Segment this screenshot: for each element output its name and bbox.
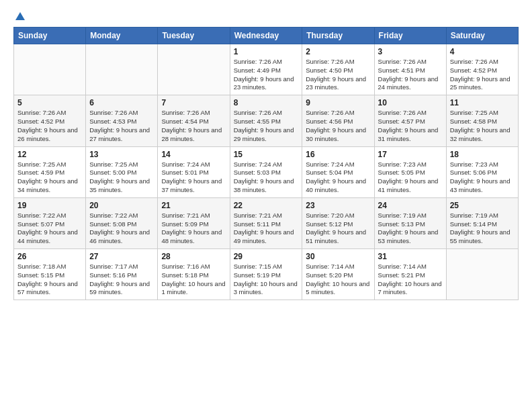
day-info: Sunrise: 7:14 AM Sunset: 5:21 PM Dayligh…: [378, 263, 443, 297]
calendar-cell: [446, 249, 518, 300]
page-header: [13, 11, 519, 20]
day-info: Sunrise: 7:16 AM Sunset: 5:18 PM Dayligh…: [161, 263, 226, 297]
calendar-cell: 19Sunrise: 7:22 AM Sunset: 5:07 PM Dayli…: [14, 197, 86, 248]
calendar-cell: 8Sunrise: 7:26 AM Sunset: 4:55 PM Daylig…: [230, 95, 302, 146]
weekday-header-wednesday: Wednesday: [230, 28, 302, 44]
calendar-cell: 7Sunrise: 7:26 AM Sunset: 4:54 PM Daylig…: [158, 95, 230, 146]
calendar-cell: 2Sunrise: 7:26 AM Sunset: 4:50 PM Daylig…: [302, 44, 374, 95]
day-number: 27: [89, 252, 154, 261]
day-number: 28: [161, 252, 226, 261]
calendar-cell: 5Sunrise: 7:26 AM Sunset: 4:52 PM Daylig…: [14, 95, 86, 146]
logo: [13, 11, 27, 20]
day-number: 14: [161, 150, 226, 159]
calendar-cell: 29Sunrise: 7:15 AM Sunset: 5:19 PM Dayli…: [230, 249, 302, 300]
weekday-header-sunday: Sunday: [14, 28, 86, 44]
calendar-cell: 30Sunrise: 7:14 AM Sunset: 5:20 PM Dayli…: [302, 249, 374, 300]
day-info: Sunrise: 7:26 AM Sunset: 4:51 PM Dayligh…: [378, 58, 443, 92]
day-number: 22: [234, 201, 299, 210]
weekday-header-friday: Friday: [374, 28, 446, 44]
calendar-table: SundayMondayTuesdayWednesdayThursdayFrid…: [13, 27, 519, 300]
calendar-cell: 17Sunrise: 7:23 AM Sunset: 5:05 PM Dayli…: [374, 146, 446, 197]
day-info: Sunrise: 7:22 AM Sunset: 5:07 PM Dayligh…: [17, 212, 82, 246]
day-number: 26: [17, 252, 82, 261]
week-row-1: 1Sunrise: 7:26 AM Sunset: 4:49 PM Daylig…: [14, 44, 519, 95]
day-info: Sunrise: 7:17 AM Sunset: 5:16 PM Dayligh…: [89, 263, 154, 297]
calendar-cell: 6Sunrise: 7:26 AM Sunset: 4:53 PM Daylig…: [86, 95, 158, 146]
calendar-cell: 22Sunrise: 7:21 AM Sunset: 5:11 PM Dayli…: [230, 197, 302, 248]
day-number: 24: [378, 201, 443, 210]
calendar-cell: 16Sunrise: 7:24 AM Sunset: 5:04 PM Dayli…: [302, 146, 374, 197]
calendar-cell: 31Sunrise: 7:14 AM Sunset: 5:21 PM Dayli…: [374, 249, 446, 300]
calendar-cell: 23Sunrise: 7:20 AM Sunset: 5:12 PM Dayli…: [302, 197, 374, 248]
calendar-cell: 21Sunrise: 7:21 AM Sunset: 5:09 PM Dayli…: [158, 197, 230, 248]
day-number: 1: [234, 47, 299, 56]
day-number: 9: [306, 98, 370, 107]
day-number: 6: [89, 98, 154, 107]
day-info: Sunrise: 7:24 AM Sunset: 5:03 PM Dayligh…: [234, 161, 299, 195]
calendar-cell: 1Sunrise: 7:26 AM Sunset: 4:49 PM Daylig…: [230, 44, 302, 95]
day-info: Sunrise: 7:26 AM Sunset: 4:52 PM Dayligh…: [17, 109, 82, 143]
day-number: 21: [161, 201, 226, 210]
week-row-5: 26Sunrise: 7:18 AM Sunset: 5:15 PM Dayli…: [14, 249, 519, 300]
day-number: 12: [17, 150, 82, 159]
calendar-cell: 27Sunrise: 7:17 AM Sunset: 5:16 PM Dayli…: [86, 249, 158, 300]
calendar-cell: 20Sunrise: 7:22 AM Sunset: 5:08 PM Dayli…: [86, 197, 158, 248]
day-info: Sunrise: 7:19 AM Sunset: 5:14 PM Dayligh…: [450, 212, 515, 246]
day-info: Sunrise: 7:25 AM Sunset: 4:58 PM Dayligh…: [450, 109, 515, 143]
day-info: Sunrise: 7:14 AM Sunset: 5:20 PM Dayligh…: [306, 263, 370, 297]
day-info: Sunrise: 7:26 AM Sunset: 4:57 PM Dayligh…: [378, 109, 443, 143]
day-number: 2: [306, 47, 370, 56]
day-info: Sunrise: 7:22 AM Sunset: 5:08 PM Dayligh…: [89, 212, 154, 246]
day-number: 10: [378, 98, 443, 107]
day-number: 19: [17, 201, 82, 210]
weekday-header-tuesday: Tuesday: [158, 28, 230, 44]
svg-marker-0: [15, 12, 25, 20]
week-row-2: 5Sunrise: 7:26 AM Sunset: 4:52 PM Daylig…: [14, 95, 519, 146]
day-info: Sunrise: 7:26 AM Sunset: 4:52 PM Dayligh…: [450, 58, 515, 92]
day-info: Sunrise: 7:15 AM Sunset: 5:19 PM Dayligh…: [234, 263, 299, 297]
day-number: 25: [450, 201, 515, 210]
calendar-cell: 25Sunrise: 7:19 AM Sunset: 5:14 PM Dayli…: [446, 197, 518, 248]
day-number: 8: [234, 98, 299, 107]
day-number: 23: [306, 201, 370, 210]
calendar-cell: 9Sunrise: 7:26 AM Sunset: 4:56 PM Daylig…: [302, 95, 374, 146]
day-info: Sunrise: 7:24 AM Sunset: 5:04 PM Dayligh…: [306, 161, 370, 195]
logo-icon: [14, 11, 26, 23]
calendar-cell: 4Sunrise: 7:26 AM Sunset: 4:52 PM Daylig…: [446, 44, 518, 95]
day-info: Sunrise: 7:21 AM Sunset: 5:09 PM Dayligh…: [161, 212, 226, 246]
day-number: 29: [234, 252, 299, 261]
week-row-4: 19Sunrise: 7:22 AM Sunset: 5:07 PM Dayli…: [14, 197, 519, 248]
calendar-cell: 13Sunrise: 7:25 AM Sunset: 5:00 PM Dayli…: [86, 146, 158, 197]
day-number: 5: [17, 98, 82, 107]
day-info: Sunrise: 7:26 AM Sunset: 4:54 PM Dayligh…: [161, 109, 226, 143]
calendar-cell: 26Sunrise: 7:18 AM Sunset: 5:15 PM Dayli…: [14, 249, 86, 300]
day-number: 18: [450, 150, 515, 159]
weekday-header-monday: Monday: [86, 28, 158, 44]
day-number: 31: [378, 252, 443, 261]
day-info: Sunrise: 7:26 AM Sunset: 4:49 PM Dayligh…: [234, 58, 299, 92]
day-info: Sunrise: 7:18 AM Sunset: 5:15 PM Dayligh…: [17, 263, 82, 297]
calendar-cell: [86, 44, 158, 95]
weekday-header-saturday: Saturday: [446, 28, 518, 44]
calendar-cell: 28Sunrise: 7:16 AM Sunset: 5:18 PM Dayli…: [158, 249, 230, 300]
day-info: Sunrise: 7:23 AM Sunset: 5:06 PM Dayligh…: [450, 161, 515, 195]
day-number: 7: [161, 98, 226, 107]
day-info: Sunrise: 7:24 AM Sunset: 5:01 PM Dayligh…: [161, 161, 226, 195]
calendar-cell: 18Sunrise: 7:23 AM Sunset: 5:06 PM Dayli…: [446, 146, 518, 197]
weekday-header-row: SundayMondayTuesdayWednesdayThursdayFrid…: [14, 28, 519, 44]
day-info: Sunrise: 7:20 AM Sunset: 5:12 PM Dayligh…: [306, 212, 370, 246]
day-number: 3: [378, 47, 443, 56]
day-info: Sunrise: 7:21 AM Sunset: 5:11 PM Dayligh…: [234, 212, 299, 246]
day-number: 11: [450, 98, 515, 107]
weekday-header-thursday: Thursday: [302, 28, 374, 44]
day-info: Sunrise: 7:26 AM Sunset: 4:56 PM Dayligh…: [306, 109, 370, 143]
week-row-3: 12Sunrise: 7:25 AM Sunset: 4:59 PM Dayli…: [14, 146, 519, 197]
day-info: Sunrise: 7:25 AM Sunset: 5:00 PM Dayligh…: [89, 161, 154, 195]
calendar-cell: 3Sunrise: 7:26 AM Sunset: 4:51 PM Daylig…: [374, 44, 446, 95]
calendar-cell: 12Sunrise: 7:25 AM Sunset: 4:59 PM Dayli…: [14, 146, 86, 197]
calendar-cell: [158, 44, 230, 95]
day-info: Sunrise: 7:23 AM Sunset: 5:05 PM Dayligh…: [378, 161, 443, 195]
day-number: 20: [89, 201, 154, 210]
day-number: 13: [89, 150, 154, 159]
day-number: 4: [450, 47, 515, 56]
